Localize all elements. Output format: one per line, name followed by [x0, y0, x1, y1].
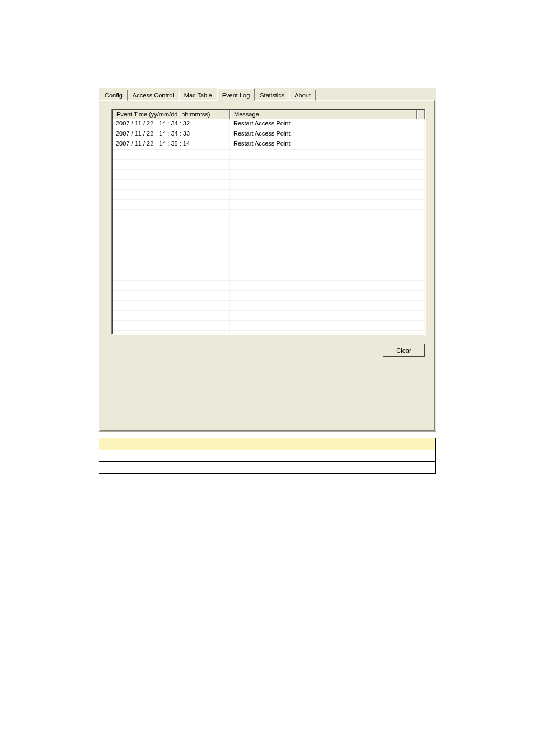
list-item	[113, 170, 425, 180]
column-header-message[interactable]: Message	[230, 110, 417, 119]
column-header-spacer	[417, 110, 425, 119]
table-row	[99, 450, 436, 462]
doc-table-cell	[99, 462, 301, 474]
doc-table-header-cell-1	[99, 438, 301, 450]
doc-table	[99, 438, 436, 474]
tab-statistics[interactable]: Statistics	[255, 90, 289, 101]
doc-table-cell	[301, 462, 436, 474]
list-item	[113, 331, 425, 334]
list-item	[113, 160, 425, 170]
table-row	[99, 438, 436, 450]
dialog-panel: Config Access Control Mac Table Event Lo…	[98, 88, 436, 432]
list-item	[113, 180, 425, 190]
list-item	[113, 311, 425, 321]
list-item[interactable]: 2007 / 11 / 22 - 14 : 34 : 32 Restart Ac…	[113, 119, 425, 129]
tab-strip: Config Access Control Mac Table Event Lo…	[100, 90, 316, 101]
event-log-listview[interactable]: Event Time (yy/mm/dd- hh:mm:ss) Message …	[111, 109, 426, 335]
list-item	[113, 210, 425, 220]
cell-message: Restart Access Point	[230, 119, 425, 129]
list-item[interactable]: 2007 / 11 / 22 - 14 : 34 : 33 Restart Ac…	[113, 129, 425, 139]
tab-about[interactable]: About	[289, 90, 316, 101]
list-item	[113, 270, 425, 281]
list-item	[113, 250, 425, 260]
tab-access-control[interactable]: Access Control	[128, 90, 179, 101]
listview-body: 2007 / 11 / 22 - 14 : 34 : 32 Restart Ac…	[113, 119, 425, 333]
tab-config[interactable]: Config	[100, 90, 128, 101]
listview-header-row: Event Time (yy/mm/dd- hh:mm:ss) Message	[113, 110, 425, 119]
list-item	[113, 281, 425, 291]
cell-event-time: 2007 / 11 / 22 - 14 : 35 : 14	[113, 139, 230, 149]
list-item	[113, 240, 425, 250]
column-header-event-time[interactable]: Event Time (yy/mm/dd- hh:mm:ss)	[113, 110, 230, 119]
cell-message: Restart Access Point	[230, 129, 425, 139]
list-item	[113, 230, 425, 240]
tab-mac-table[interactable]: Mac Table	[179, 90, 217, 101]
list-item	[113, 321, 425, 331]
list-item	[113, 200, 425, 210]
clear-button[interactable]: Clear	[383, 344, 425, 357]
tab-event-log[interactable]: Event Log	[217, 88, 255, 101]
table-row	[99, 462, 436, 474]
list-item	[113, 150, 425, 160]
list-item	[113, 301, 425, 311]
list-item	[113, 291, 425, 301]
cell-message: Restart Access Point	[230, 139, 425, 149]
cell-event-time: 2007 / 11 / 22 - 14 : 34 : 33	[113, 129, 230, 139]
doc-table-cell	[99, 450, 301, 462]
list-item	[113, 220, 425, 230]
cell-event-time: 2007 / 11 / 22 - 14 : 34 : 32	[113, 119, 230, 129]
list-item	[113, 190, 425, 200]
list-item	[113, 260, 425, 270]
doc-table-header-cell-2	[301, 438, 436, 450]
tab-content-event-log: Event Time (yy/mm/dd- hh:mm:ss) Message …	[100, 100, 435, 431]
doc-table-cell	[301, 450, 436, 462]
list-item[interactable]: 2007 / 11 / 22 - 14 : 35 : 14 Restart Ac…	[113, 139, 425, 150]
